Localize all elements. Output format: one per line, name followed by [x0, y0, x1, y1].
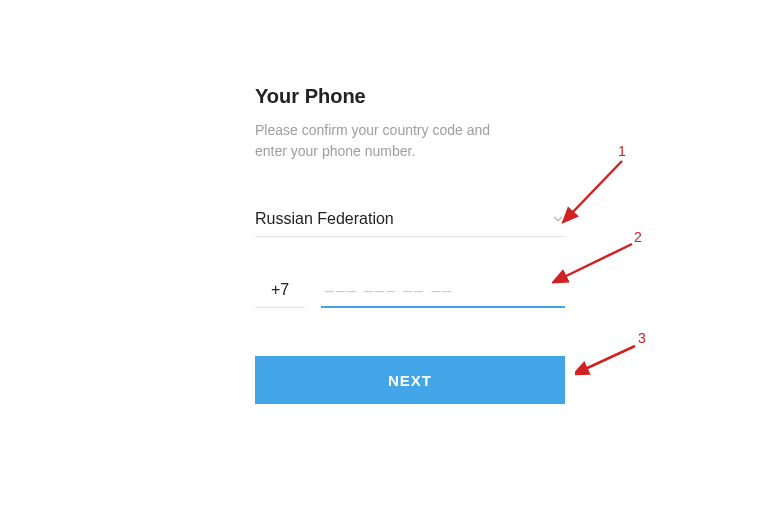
phone-login-form: Your Phone Please confirm your country c…: [255, 85, 565, 404]
svg-line-1: [562, 244, 632, 278]
country-select[interactable]: Russian Federation: [255, 210, 565, 237]
country-name: Russian Federation: [255, 210, 394, 228]
annotation-1-arrow: [560, 155, 630, 227]
annotation-3-label: 3: [638, 330, 646, 346]
next-button[interactable]: NEXT: [255, 356, 565, 404]
annotation-2-label: 2: [634, 229, 642, 245]
annotation-2-arrow: [552, 240, 642, 290]
svg-line-2: [583, 346, 635, 370]
phone-number-input[interactable]: [321, 277, 565, 308]
page-subtitle: Please confirm your country code and ent…: [255, 120, 515, 162]
annotation-1-label: 1: [618, 143, 626, 159]
chevron-down-icon: [551, 212, 565, 226]
page-title: Your Phone: [255, 85, 565, 108]
annotation-3-arrow: [575, 342, 645, 380]
country-code-input[interactable]: [255, 277, 305, 308]
svg-line-0: [570, 161, 622, 215]
phone-input-row: [255, 277, 565, 308]
